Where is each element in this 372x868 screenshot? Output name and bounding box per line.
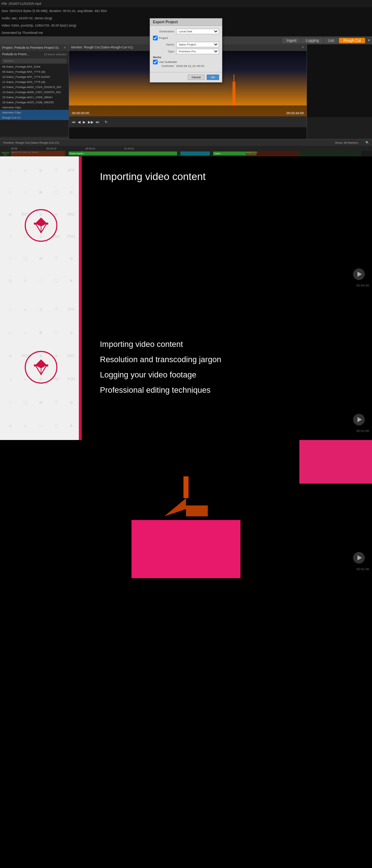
subfolder-checkbox[interactable]: [153, 60, 158, 64]
project-panel: Project: Prelude to Premiere Project 01 …: [0, 44, 69, 139]
type-select[interactable]: Premiere Pro: [176, 49, 219, 54]
tab-rough-cut[interactable]: Rough Cut: [339, 38, 365, 43]
file-item[interactable]: 15-Salon_Footage-A011_C009_0804U: [0, 95, 69, 100]
clip-susan[interactable]: Susan explain...: [69, 152, 177, 155]
play-btn[interactable]: ▶: [83, 120, 86, 124]
pink-top-right: [299, 440, 372, 484]
subfolder-label: Subfolder:: [153, 64, 175, 68]
bg-icon: ▷: [19, 160, 33, 181]
file-item[interactable]: 11-Salon_Footage-MVI_7775 (di): [0, 79, 69, 84]
section3-timecode: 00:01:36: [356, 567, 369, 571]
section1-play-button[interactable]: [353, 268, 365, 280]
bg-icon: □: [4, 368, 17, 390]
content-section-2: □ ▷ ◎ T JPG ▷ □ ⊞ ◯ ◎ ◎ MOV ⊕ ⊗ BAC □ ▷ …: [0, 295, 372, 440]
subfolder-value: 2016-06-13_01-30-51: [176, 64, 204, 68]
dialog-type-row: Type: Premiere Pro: [153, 49, 219, 54]
bg-icon: ◯: [19, 248, 33, 269]
timeline-header: Timeline: Rough Cut (Salon-Rough-Cut-V1)…: [0, 139, 372, 146]
needs-sync-clip: NEED TO SYNC AV TRACK: [11, 151, 65, 156]
pink-bottom: [132, 520, 240, 578]
cs2-red-accent-bar: [79, 295, 82, 440]
panel-title: Project: Prelude to Premiere Project 01 …: [0, 44, 69, 51]
destination-select[interactable]: Local Disk: [176, 29, 219, 34]
play-icon-2: [357, 417, 362, 422]
logo-icon: [32, 216, 50, 235]
dialog-destination-row: Destination: Local Disk: [153, 29, 219, 34]
topic-3[interactable]: Logging your video footage: [100, 370, 354, 380]
section2-play-button[interactable]: [353, 414, 365, 425]
clip-sub[interactable]: [181, 152, 210, 155]
bg-icon: T: [49, 248, 63, 269]
bg-icon: BAC: [64, 204, 78, 225]
track-needs-av: NEEDS A/V TRACK NEED TO SYNC AV TRACK Su…: [0, 151, 372, 156]
bg-icon: ⊞: [34, 182, 48, 203]
file-item[interactable]: 12-Salon_Footage-A002_C024_D20SC9_001: [0, 84, 69, 89]
bg-icon: ▷: [19, 298, 33, 320]
needs-sync-clip2: NEED TO S...: [246, 151, 300, 156]
tab-ingest[interactable]: Ingest: [282, 38, 301, 43]
search-input[interactable]: [2, 59, 66, 63]
tab-logging[interactable]: Logging: [302, 38, 323, 43]
dialog-body: Destination: Local Disk Project Name: Sa…: [150, 26, 222, 72]
bg-icon: □: [4, 391, 17, 413]
svg-marker-1: [36, 218, 46, 227]
city-silhouette: [69, 105, 307, 116]
bg-icon: ▷: [19, 270, 33, 291]
media-section: Media: [153, 56, 219, 59]
file-info-text4: Video: h264, yuv420p, 1280x720, 30.00 fp…: [1, 24, 76, 27]
tab-list[interactable]: List: [324, 38, 339, 43]
bg-icon: ◎: [64, 391, 78, 413]
file-item-selected[interactable]: Interview Clips: [0, 110, 69, 115]
name-label: Name:: [153, 43, 175, 46]
file-item[interactable]: Interview Clips: [0, 105, 69, 110]
bg-icon: ◯: [49, 415, 63, 436]
bg-icon: ◎: [4, 204, 17, 225]
right-preview: [307, 44, 372, 117]
file-item[interactable]: 13-Salon_Footage-A008_C007_D2007K_001: [0, 89, 69, 95]
section3-play-button[interactable]: [353, 552, 365, 564]
play-icon-3: [357, 555, 362, 560]
bg-icon: □: [4, 248, 17, 269]
logo-circle: [25, 209, 57, 242]
toolbar-icon3[interactable]: ▼: [9, 139, 12, 139]
topic-4[interactable]: Professional editing techniques: [100, 385, 354, 395]
file-info-text: File: 20160711201525.mp4: [1, 2, 41, 5]
play-to-start-btn[interactable]: ⏮: [72, 120, 76, 124]
search-bar: [0, 57, 69, 64]
name-select[interactable]: Salon Project: [176, 42, 219, 47]
topic-1[interactable]: Importing video content: [100, 340, 354, 349]
loop-btn[interactable]: ↻: [105, 120, 108, 124]
file-item-roughcut[interactable]: Rough-Cut-V1: [0, 115, 69, 120]
orange-rect: [183, 476, 189, 498]
playhead: [82, 151, 82, 156]
toolbar-icon[interactable]: ■: [1, 139, 3, 139]
content-section-1: □ ▷ ◎ T JPG ▷ □ ⊞ ◯ ◎ ◎ MOV ⊕ ⊗ BAC □ ▷ …: [0, 156, 372, 295]
topic-2[interactable]: Resolution and transcoding jargon: [100, 355, 354, 364]
subfolder-check-row: Use Subfolder: [153, 60, 219, 64]
bg-icon: ◯: [49, 182, 63, 203]
file-item[interactable]: 08-Salon_Footage-MVI_5194: [0, 64, 69, 69]
bg-icon: ◎: [64, 321, 78, 343]
file-item[interactable]: 10-Salon_Footage-MVI_7774 AUDIO: [0, 74, 69, 79]
ok-button[interactable]: OK: [207, 75, 219, 80]
bg-icon: □: [4, 226, 17, 247]
section1-title: Importing video content: [100, 171, 206, 183]
project-checkbox[interactable]: [153, 36, 158, 40]
bg-icon: □: [19, 182, 33, 203]
bg-icon: PSD: [64, 368, 78, 390]
bg-icon: ◎: [34, 160, 48, 181]
timecode-0: 00:00: [11, 147, 17, 150]
play-to-end-btn[interactable]: ⏭: [96, 120, 100, 124]
file-info-text5: Generated by Thumbnail.me: [1, 31, 43, 35]
bg-icon: T: [49, 391, 63, 413]
search-timeline-icon[interactable]: 🔍: [365, 141, 369, 144]
file-item[interactable]: 16-Salon_Footage-A025_C038_090255: [0, 100, 69, 105]
toolbar-icon2[interactable]: ◎: [5, 139, 8, 139]
svg-marker-10: [164, 498, 208, 516]
file-item[interactable]: 09-Salon_Footage-MVI_7774 (di): [0, 69, 69, 74]
cancel-button[interactable]: Cancel: [188, 75, 205, 80]
step-back-btn[interactable]: ◀: [78, 120, 81, 124]
bg-icon: BAC: [64, 345, 78, 367]
brand-logo: [25, 209, 57, 242]
step-forward-btn[interactable]: ▶▶: [88, 120, 94, 124]
